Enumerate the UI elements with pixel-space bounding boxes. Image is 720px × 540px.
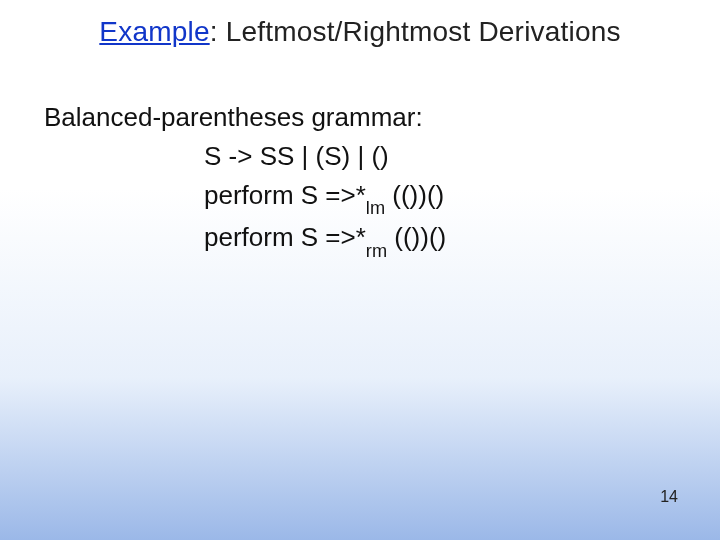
body-line-1: Balanced-parentheses grammar: — [44, 98, 446, 137]
line3-subscript: lm — [366, 198, 385, 218]
line3-prefix: perform S =>* — [204, 180, 366, 210]
slide: Example: Leftmost/Rightmost Derivations … — [0, 0, 720, 540]
body-line-3: perform S =>*lm (())() — [204, 176, 446, 218]
line4-suffix: (())() — [387, 222, 446, 252]
slide-title: Example: Leftmost/Rightmost Derivations — [0, 16, 720, 48]
line3-suffix: (())() — [385, 180, 444, 210]
page-number: 14 — [660, 488, 678, 506]
slide-body: Balanced-parentheses grammar: S -> SS | … — [44, 98, 446, 261]
title-accent: Example — [99, 16, 209, 47]
body-line-2: S -> SS | (S) | () — [204, 137, 446, 176]
body-line-4: perform S =>*rm (())() — [204, 218, 446, 260]
title-rest: : Leftmost/Rightmost Derivations — [210, 16, 621, 47]
line4-prefix: perform S =>* — [204, 222, 366, 252]
line4-subscript: rm — [366, 241, 387, 261]
